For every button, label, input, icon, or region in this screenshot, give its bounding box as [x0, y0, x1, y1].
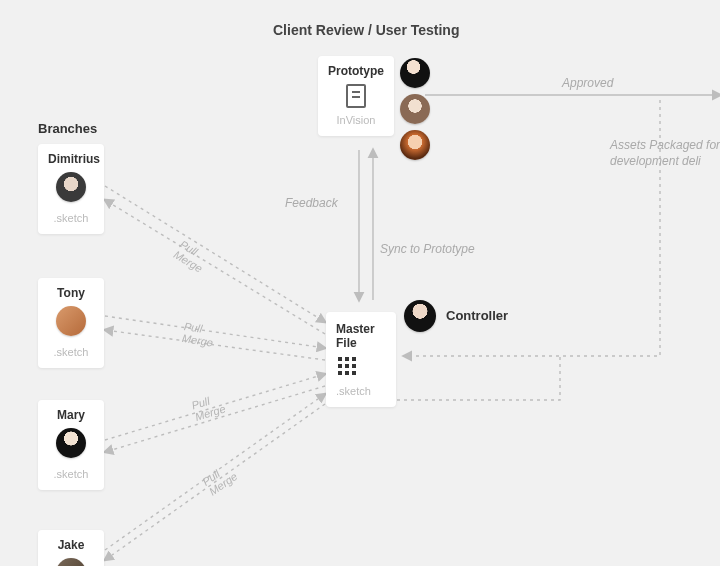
prototype-title: Prototype [328, 64, 384, 78]
avatar [56, 558, 86, 566]
avatar [400, 58, 430, 88]
branch-ext: .sketch [48, 468, 94, 480]
avatar [56, 428, 86, 458]
svg-line-4 [105, 200, 325, 334]
avatar [400, 94, 430, 124]
branch-name: Mary [48, 408, 94, 422]
reviewer-avatars [400, 58, 430, 160]
branch-card-mary: Mary .sketch [38, 400, 104, 490]
branch-name: Jake [48, 538, 94, 552]
edge-pull-merge: PullMerge [190, 391, 227, 423]
edge-feedback: Feedback [285, 196, 338, 210]
diagram-title: Client Review / User Testing [273, 22, 459, 38]
controller-label: Controller [446, 308, 508, 323]
edge-pull-merge: PullMerge [181, 320, 216, 349]
branch-name: Tony [48, 286, 94, 300]
branches-heading: Branches [38, 121, 97, 136]
branch-name: Dimitrius [48, 152, 94, 166]
document-icon [346, 84, 366, 108]
prototype-tool: InVision [328, 114, 384, 126]
master-file-card: Master File .sketch [326, 312, 396, 407]
prototype-card: Prototype InVision [318, 56, 394, 136]
avatar [56, 172, 86, 202]
branch-ext: .sketch [48, 346, 94, 358]
edge-sync: Sync to Prototype [380, 242, 475, 256]
branch-card-dimitrius: Dimitrius .sketch [38, 144, 104, 234]
master-title: Master File [336, 322, 386, 351]
avatar [400, 130, 430, 160]
grid-icon [338, 357, 360, 379]
edge-pull-merge: PullMerge [200, 460, 239, 498]
edge-approved: Approved [562, 76, 613, 90]
svg-line-5 [105, 316, 325, 348]
controller-avatar [404, 300, 436, 332]
controller-avatar-wrap [404, 300, 436, 332]
edge-pull-merge: PullMerge [172, 238, 211, 275]
branch-card-jake: Jake .sketch [38, 530, 104, 566]
svg-line-6 [105, 330, 325, 360]
branch-ext: .sketch [48, 212, 94, 224]
master-ext: .sketch [336, 385, 386, 397]
branch-card-tony: Tony .sketch [38, 278, 104, 368]
avatar [56, 306, 86, 336]
edge-assets: Assets Packaged for development deli [610, 138, 720, 169]
